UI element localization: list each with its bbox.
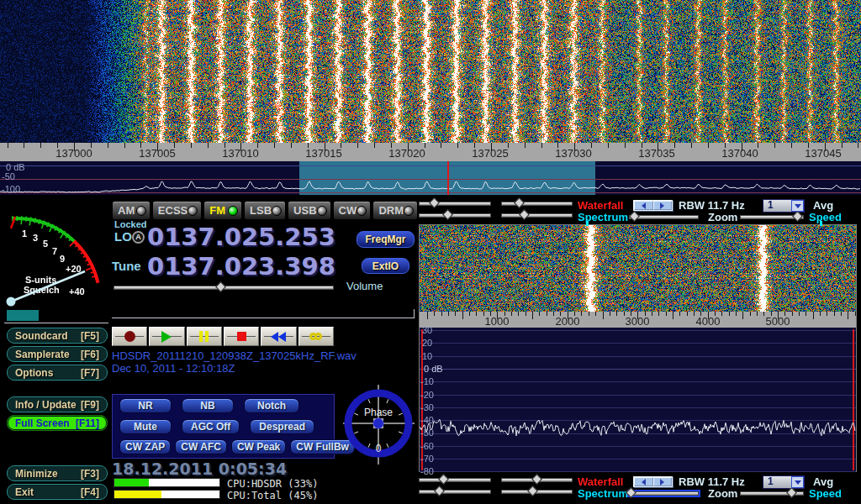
stop-button[interactable] <box>224 327 259 346</box>
rbw-decrease-arrow[interactable] <box>634 477 653 486</box>
divider <box>4 323 108 323</box>
svg-text:9: 9 <box>60 254 65 264</box>
locked-label: Locked <box>114 219 147 229</box>
speed-slider-2[interactable] <box>740 491 804 496</box>
spectrum-ref-slider[interactable] <box>419 213 491 218</box>
audio-db-label: 0 dB <box>424 364 443 374</box>
lo-frequency-display[interactable]: 0137.025.253 <box>147 223 335 250</box>
rbw-scrollbar[interactable] <box>633 200 673 211</box>
waterfall-contrast-slider[interactable] <box>501 202 573 206</box>
audio-db-label: -50 <box>420 428 434 438</box>
avg-combobox[interactable]: 1 <box>763 199 805 213</box>
avg-label-2: Avg <box>813 475 833 488</box>
soundcard-button[interactable]: Soundcard [F5] <box>7 328 108 344</box>
main-spectrum-trace <box>0 161 861 195</box>
extio-button[interactable]: ExtIO <box>362 258 409 274</box>
main-waterfall[interactable] <box>0 0 861 143</box>
mode-cw[interactable]: CW <box>333 201 372 220</box>
nb-button[interactable]: NB <box>182 398 234 413</box>
audio-frequency-scale[interactable]: 1000 2000 3000 4000 5000 <box>420 312 856 328</box>
zoom-label-2: Zoom <box>708 487 737 500</box>
spectrum-label[interactable]: Spectrum <box>578 211 628 223</box>
info-update-button[interactable]: Info / Update [F9] <box>7 396 108 412</box>
avg-value: 1 <box>763 476 791 488</box>
mode-drm[interactable]: DRM <box>372 201 418 220</box>
exit-button[interactable]: Exit [F4] <box>7 484 108 500</box>
freq-label: 137000 <box>49 147 99 160</box>
notch-button[interactable]: Notch <box>244 398 299 413</box>
rewind-icon <box>271 332 286 342</box>
svg-text:+40: +40 <box>69 286 85 297</box>
audio-waterfall[interactable] <box>420 225 856 312</box>
audio-db-label: -60 <box>420 441 434 451</box>
audio-spectrum[interactable] <box>420 328 856 472</box>
stop-icon <box>237 332 246 341</box>
volume-slider-thumb[interactable] <box>216 281 227 292</box>
squelch-indicator[interactable] <box>7 310 39 321</box>
button-key: [F5] <box>81 330 99 342</box>
combo-dropdown-arrow[interactable] <box>791 476 804 488</box>
spectrum-range-slider-2[interactable] <box>501 490 573 494</box>
mode-led <box>357 206 367 216</box>
waterfall-contrast-slider-2[interactable] <box>501 478 573 482</box>
cw-peak-button[interactable]: CW Peak <box>231 439 286 454</box>
waterfall-brightness-slider[interactable] <box>419 202 491 206</box>
cpu-hdsdr-fill <box>114 479 149 486</box>
rewind-button[interactable] <box>261 327 296 346</box>
waterfall-label-2[interactable]: Waterfall <box>578 475 623 488</box>
speed-slider[interactable] <box>740 215 804 219</box>
waterfall-brightness-slider-2[interactable] <box>419 478 491 482</box>
rbw-increase-arrow[interactable] <box>653 201 673 210</box>
lo-label: LO <box>114 229 132 244</box>
avg-combobox-2[interactable]: 1 <box>763 475 805 489</box>
cpu-total-fill <box>114 491 161 498</box>
mode-fm[interactable]: FM <box>203 201 242 220</box>
phase-value: 0 <box>376 443 382 454</box>
play-button[interactable] <box>149 327 184 346</box>
freq-label: 137045 <box>798 147 848 160</box>
mode-ecss[interactable]: ECSS <box>152 201 202 220</box>
zoom-slider[interactable] <box>629 215 699 219</box>
freq-label: 137015 <box>298 147 349 160</box>
despread-button[interactable]: Despread <box>250 419 314 434</box>
rbw-scrollbar-2[interactable] <box>633 476 673 487</box>
utc-clock: 18.12.2011 0:05:34 <box>112 459 287 478</box>
options-button[interactable]: Options [F7] <box>7 365 108 381</box>
rbw-decrease-arrow[interactable] <box>634 201 653 210</box>
mode-usb[interactable]: USB <box>288 201 330 220</box>
volume-slider[interactable] <box>114 286 334 290</box>
zoom-slider-2[interactable] <box>629 491 699 496</box>
minimize-button[interactable]: Minimize [F3] <box>7 465 108 481</box>
fullscreen-button[interactable]: Full Screen [F11] <box>7 415 108 431</box>
cw-afc-button[interactable]: CW AFC <box>175 439 227 454</box>
spectrum-label-2[interactable]: Spectrum <box>578 487 628 500</box>
freq-label: 137030 <box>548 147 599 160</box>
mute-button[interactable]: Mute <box>119 419 172 434</box>
spectrum-ref-slider-2[interactable] <box>419 490 491 494</box>
waterfall-label[interactable]: Waterfall <box>578 199 623 212</box>
audio-db-label: -20 <box>420 390 434 400</box>
lo-lock-badge[interactable]: A <box>132 231 145 244</box>
record-button[interactable] <box>112 327 147 346</box>
audio-spectrum-trace <box>420 328 856 472</box>
spectrum-range-slider[interactable] <box>501 213 573 218</box>
passband-marker <box>820 221 822 226</box>
combo-dropdown-arrow[interactable] <box>791 200 804 212</box>
tune-cursor[interactable] <box>447 161 449 195</box>
pause-button[interactable] <box>187 327 222 346</box>
mode-am[interactable]: AM <box>112 201 151 220</box>
samplerate-button[interactable]: Samplerate [F6] <box>7 346 108 362</box>
dsp-panel: NR NB Notch Mute AGC Off Despread CW ZAP… <box>112 394 335 459</box>
agc-button[interactable]: AGC Off <box>182 419 240 434</box>
freqmgr-button[interactable]: FreqMgr <box>357 231 415 248</box>
rbw-increase-arrow[interactable] <box>653 477 673 486</box>
loop-button[interactable] <box>298 327 334 346</box>
tune-frequency-display[interactable]: 0137.023.398 <box>147 253 335 280</box>
mode-lsb[interactable]: LSB <box>244 201 286 220</box>
main-frequency-scale[interactable]: 137000 137005 137010 137015 137020 13702… <box>0 143 861 161</box>
volume-label: Volume <box>346 280 383 292</box>
nr-button[interactable]: NR <box>119 398 172 413</box>
cw-zap-button[interactable]: CW ZAP <box>119 439 171 454</box>
freq-label: 137025 <box>465 147 515 160</box>
main-spectrum[interactable]: 0 dB -50 -100 <box>0 161 861 195</box>
